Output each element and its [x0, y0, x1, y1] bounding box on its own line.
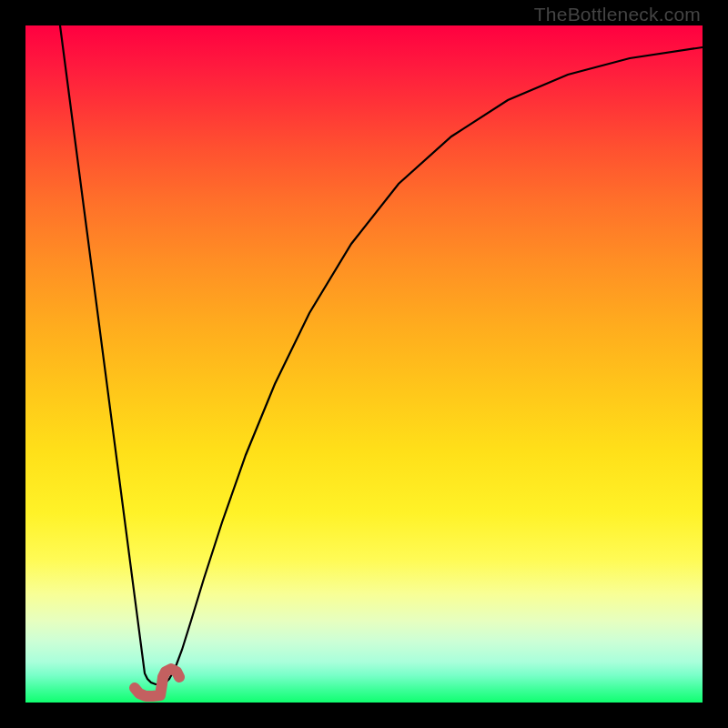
chart-svg — [25, 25, 703, 703]
watermark-text: TheBottleneck.com — [534, 4, 701, 25]
bottleneck-curve — [60, 25, 703, 684]
plot-area — [25, 25, 703, 703]
chart-frame: TheBottleneck.com — [0, 0, 728, 728]
bottom-marker — [135, 669, 179, 696]
